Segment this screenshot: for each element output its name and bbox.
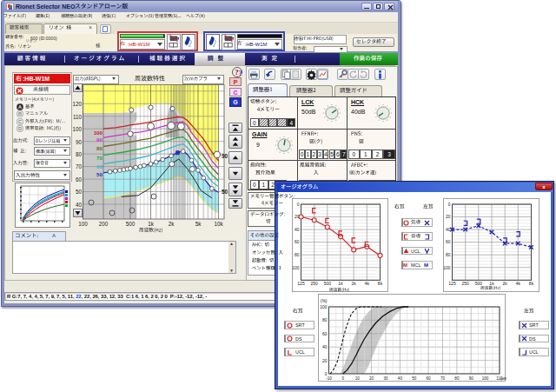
- svg-text:20: 20: [446, 214, 451, 219]
- svg-text:10: 10: [355, 376, 361, 381]
- svg-text:60: 60: [322, 331, 328, 336]
- svg-text:125: 125: [297, 281, 305, 286]
- svg-text:4k: 4k: [516, 281, 521, 286]
- svg-text:(%): (%): [321, 298, 328, 303]
- svg-text:70: 70: [440, 376, 446, 381]
- svg-text:0: 0: [342, 376, 345, 381]
- svg-text:2k: 2k: [352, 281, 357, 286]
- svg-text:70: 70: [96, 155, 103, 161]
- svg-text:40: 40: [295, 227, 300, 232]
- svg-text:60: 60: [295, 239, 300, 244]
- svg-text:60: 60: [446, 239, 451, 244]
- svg-text:2k: 2k: [503, 281, 508, 286]
- svg-text:100: 100: [443, 265, 451, 270]
- svg-text:D: D: [18, 126, 22, 131]
- svg-text:100: 100: [320, 304, 328, 309]
- svg-text:90: 90: [469, 376, 474, 381]
- svg-text:20: 20: [369, 376, 374, 381]
- svg-text:40: 40: [322, 344, 328, 349]
- svg-text:B: B: [18, 112, 22, 117]
- svg-text:100: 100: [94, 130, 103, 136]
- svg-text:90: 90: [222, 153, 228, 159]
- svg-text:50: 50: [222, 189, 228, 195]
- svg-text:250: 250: [462, 281, 470, 286]
- svg-text:20: 20: [322, 358, 328, 363]
- svg-text:8k: 8k: [378, 281, 383, 286]
- svg-text:4k: 4k: [365, 281, 370, 286]
- svg-text:80: 80: [96, 145, 103, 151]
- svg-text:50: 50: [96, 171, 103, 177]
- svg-text:100: 100: [292, 265, 300, 270]
- svg-text:30: 30: [383, 376, 388, 381]
- svg-text:60: 60: [96, 163, 103, 169]
- svg-text:80: 80: [295, 252, 300, 257]
- svg-text:0: 0: [448, 202, 451, 207]
- svg-text:80: 80: [446, 252, 451, 257]
- svg-text:90: 90: [96, 136, 103, 143]
- svg-text:80: 80: [454, 376, 460, 381]
- svg-text:0: 0: [297, 202, 300, 207]
- svg-text:-10: -10: [326, 376, 332, 381]
- svg-text:250: 250: [311, 281, 319, 286]
- svg-text:80: 80: [322, 317, 328, 322]
- svg-text:100: 100: [482, 376, 489, 381]
- svg-text:(dB): (dB): [500, 376, 506, 381]
- svg-text:125: 125: [448, 281, 456, 286]
- svg-text:40: 40: [398, 376, 403, 381]
- svg-text:8k: 8k: [529, 281, 534, 286]
- svg-text:?: ?: [239, 69, 243, 77]
- svg-text:A: A: [18, 104, 22, 110]
- svg-text:50: 50: [412, 376, 417, 381]
- svg-text:1k: 1k: [338, 281, 343, 286]
- svg-text:60: 60: [427, 376, 432, 381]
- svg-text:C: C: [18, 119, 22, 124]
- svg-text:500: 500: [324, 281, 332, 286]
